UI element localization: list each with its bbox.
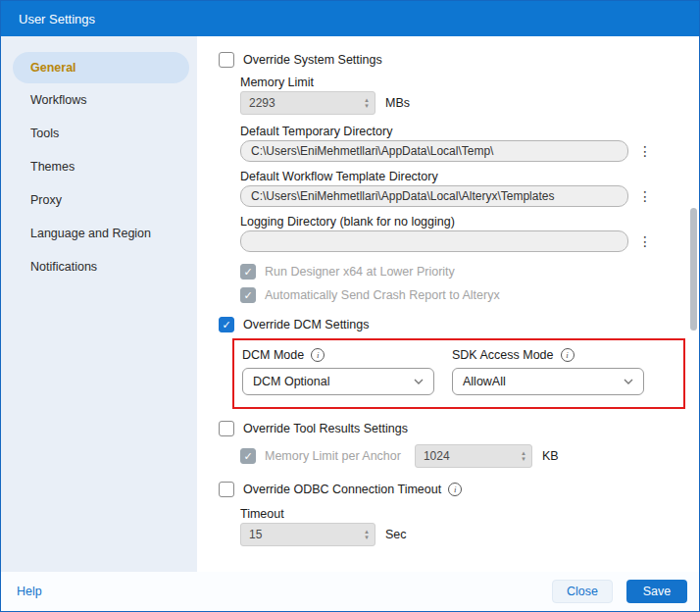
memory-limit-value: 2293 (241, 92, 359, 114)
info-icon[interactable]: i (448, 483, 462, 496)
override-tool-results-row: Override Tool Results Settings (219, 421, 699, 436)
checkbox-unchecked-icon[interactable] (219, 421, 234, 436)
memory-limit-input: 2293 ▴ ▾ (240, 91, 375, 115)
memory-per-anchor-checkbox: ✓ Memory Limit per Anchor (240, 448, 401, 464)
checkbox-checked-icon: ✓ (240, 264, 256, 280)
sidebar-item-proxy[interactable]: Proxy (1, 183, 197, 217)
override-dcm-settings-checkbox[interactable]: ✓ Override DCM Settings (219, 317, 370, 332)
override-system-settings-row: Override System Settings (219, 52, 699, 68)
checkbox-unchecked-icon[interactable] (219, 482, 234, 497)
override-odbc-checkbox[interactable]: Override ODBC Connection Timeout (219, 482, 441, 497)
timeout-group: Timeout 15 ▴ ▾ Sec (240, 507, 699, 546)
sidebar-item-label: Notifications (30, 260, 97, 274)
checkbox-label: Memory Limit per Anchor (265, 449, 401, 463)
browse-template-dir-button[interactable]: ⋮ (636, 185, 654, 207)
browse-logging-dir-button[interactable]: ⋮ (636, 230, 654, 252)
checkbox-label: Override ODBC Connection Timeout (243, 483, 441, 496)
sidebar-item-themes[interactable]: Themes (1, 150, 197, 183)
dcm-mode-value: DCM Optional (253, 375, 330, 388)
checkbox-label: Override System Settings (243, 53, 382, 67)
checkbox-checked-icon: ✓ (240, 287, 256, 303)
help-link[interactable]: Help (17, 585, 42, 598)
spin-down-icon: ▾ (365, 535, 369, 540)
spinner-arrows: ▴ ▾ (516, 445, 531, 467)
checkbox-label: Automatically Send Crash Report to Alter… (265, 288, 500, 302)
spinner-arrows: ▴ ▾ (359, 524, 375, 545)
sidebar-item-label: Themes (30, 160, 75, 174)
footer-bar: Help Close Save (1, 572, 699, 611)
memory-limit-unit: MBs (385, 96, 410, 110)
sidebar-item-label: Workflows (30, 93, 86, 107)
system-settings-group: Memory Limit 2293 ▴ ▾ MBs Default Tempor… (240, 76, 699, 303)
dots-vertical-icon: ⋮ (638, 233, 652, 249)
dcm-mode-group: DCM Mode i DCM Optional (242, 348, 434, 395)
checkbox-checked-icon: ✓ (240, 448, 256, 464)
memory-limit-label: Memory Limit (240, 76, 699, 89)
vertical-scrollbar-thumb[interactable] (690, 208, 697, 331)
checkbox-unchecked-icon[interactable] (219, 52, 234, 68)
timeout-unit: Sec (385, 528, 407, 541)
memory-per-anchor-unit: KB (542, 449, 559, 463)
chevron-down-icon (624, 379, 633, 384)
sidebar-item-language-and-region[interactable]: Language and Region (1, 217, 197, 250)
info-icon[interactable]: i (311, 348, 325, 362)
memory-limit-row: 2293 ▴ ▾ MBs (240, 91, 699, 115)
sidebar-item-tools[interactable]: Tools (1, 117, 197, 150)
run-x64-row: ✓ Run Designer x64 at Lower Priority (240, 264, 699, 280)
temp-dir-row: ⋮ (240, 140, 699, 162)
sidebar-item-notifications[interactable]: Notifications (1, 250, 197, 283)
dcm-mode-label: DCM Mode (242, 348, 304, 362)
dcm-settings-highlight-box: DCM Mode i DCM Optional SDK Access Mode … (232, 338, 685, 409)
save-button[interactable]: Save (626, 580, 687, 603)
sidebar-item-label: Proxy (30, 193, 62, 207)
sidebar-item-label: Tools (30, 127, 59, 140)
spin-down-icon: ▾ (365, 103, 369, 109)
temp-dir-label: Default Temporary Directory (240, 125, 699, 138)
sidebar: General Workflows Tools Themes Proxy Lan… (1, 36, 197, 572)
template-dir-row: ⋮ (240, 185, 699, 207)
spin-down-icon: ▾ (522, 456, 525, 462)
sidebar-item-general[interactable]: General (13, 52, 189, 83)
close-button[interactable]: Close (552, 580, 613, 603)
chevron-down-icon (414, 379, 424, 384)
user-settings-window: User Settings General Workflows Tools Th… (0, 0, 700, 612)
template-dir-label: Default Workflow Template Directory (240, 170, 699, 183)
memory-per-anchor-input: 1024 ▴ ▾ (415, 444, 532, 468)
sdk-access-mode-select[interactable]: AllowAll (452, 368, 644, 395)
template-dir-input[interactable] (240, 185, 628, 207)
logging-dir-row: ⋮ (240, 230, 699, 252)
override-odbc-row: Override ODBC Connection Timeout i (219, 482, 699, 497)
sdk-access-mode-group: SDK Access Mode i AllowAll (452, 348, 644, 395)
logging-dir-label: Logging Directory (blank for no logging) (240, 215, 699, 229)
sidebar-item-label: General (30, 61, 76, 75)
titlebar[interactable]: User Settings (1, 1, 699, 36)
dots-vertical-icon: ⋮ (638, 188, 652, 204)
sidebar-item-label: Language and Region (30, 227, 151, 240)
memory-per-anchor-value: 1024 (416, 445, 516, 467)
memory-per-anchor-row: ✓ Memory Limit per Anchor 1024 ▴ ▾ KB (240, 444, 699, 468)
spinner-arrows: ▴ ▾ (359, 92, 375, 114)
browse-temp-dir-button[interactable]: ⋮ (636, 140, 654, 162)
temp-dir-input[interactable] (240, 140, 628, 162)
sdk-access-mode-label: SDK Access Mode (452, 348, 554, 362)
override-tool-results-checkbox[interactable]: Override Tool Results Settings (219, 421, 408, 436)
logging-dir-input[interactable] (240, 230, 628, 252)
checkbox-checked-icon[interactable]: ✓ (219, 317, 234, 332)
timeout-row: 15 ▴ ▾ Sec (240, 523, 699, 546)
window-title: User Settings (19, 12, 95, 26)
settings-content: Override System Settings Memory Limit 22… (197, 36, 699, 572)
override-system-settings-checkbox[interactable]: Override System Settings (219, 52, 382, 68)
sdk-access-mode-value: AllowAll (463, 375, 506, 388)
timeout-input: 15 ▴ ▾ (240, 523, 375, 546)
run-x64-checkbox: ✓ Run Designer x64 at Lower Priority (240, 264, 455, 280)
dcm-mode-select[interactable]: DCM Optional (242, 368, 434, 395)
checkbox-label: Run Designer x64 at Lower Priority (265, 265, 455, 279)
timeout-value: 15 (241, 524, 359, 545)
info-icon[interactable]: i (561, 348, 575, 362)
dots-vertical-icon: ⋮ (638, 143, 652, 159)
crash-report-row: ✓ Automatically Send Crash Report to Alt… (240, 287, 699, 303)
timeout-label: Timeout (240, 507, 699, 521)
checkbox-label: Override Tool Results Settings (243, 422, 408, 435)
sidebar-item-workflows[interactable]: Workflows (1, 83, 197, 117)
checkbox-label: Override DCM Settings (243, 318, 370, 332)
